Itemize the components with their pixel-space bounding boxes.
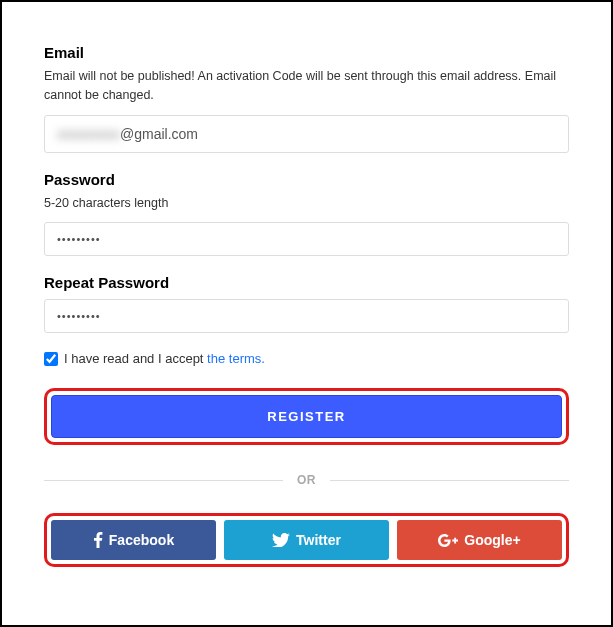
divider-line-right bbox=[330, 480, 569, 481]
password-group: Password 5-20 characters length ••••••••… bbox=[44, 171, 569, 257]
twitter-icon bbox=[272, 533, 290, 547]
registration-form: Email Email will not be published! An ac… bbox=[2, 2, 611, 597]
email-help: Email will not be published! An activati… bbox=[44, 67, 569, 105]
email-field[interactable]: xxxxxxxxx@gmail.com bbox=[44, 115, 569, 153]
divider-line-left bbox=[44, 480, 283, 481]
register-highlight: REGISTER bbox=[44, 388, 569, 445]
google-plus-icon bbox=[438, 534, 458, 547]
facebook-label: Facebook bbox=[109, 532, 174, 548]
repeat-password-label: Repeat Password bbox=[44, 274, 569, 291]
terms-checkbox[interactable] bbox=[44, 352, 58, 366]
twitter-label: Twitter bbox=[296, 532, 341, 548]
twitter-button[interactable]: Twitter bbox=[224, 520, 389, 560]
repeat-password-field[interactable]: ••••••••• bbox=[44, 299, 569, 333]
password-help: 5-20 characters length bbox=[44, 194, 569, 213]
repeat-password-group: Repeat Password ••••••••• bbox=[44, 274, 569, 333]
facebook-icon bbox=[93, 532, 103, 548]
divider-text: OR bbox=[283, 473, 330, 487]
password-label: Password bbox=[44, 171, 569, 188]
social-row: Facebook Twitter Google+ bbox=[51, 520, 562, 560]
email-label: Email bbox=[44, 44, 569, 61]
email-group: Email Email will not be published! An ac… bbox=[44, 44, 569, 153]
facebook-button[interactable]: Facebook bbox=[51, 520, 216, 560]
register-button[interactable]: REGISTER bbox=[51, 395, 562, 438]
google-plus-button[interactable]: Google+ bbox=[397, 520, 562, 560]
google-plus-label: Google+ bbox=[464, 532, 520, 548]
terms-row: I have read and I accept the terms. bbox=[44, 351, 569, 366]
terms-label: I have read and I accept the terms. bbox=[64, 351, 265, 366]
terms-link[interactable]: the terms. bbox=[207, 351, 265, 366]
password-field[interactable]: ••••••••• bbox=[44, 222, 569, 256]
or-divider: OR bbox=[44, 473, 569, 487]
social-highlight: Facebook Twitter Google+ bbox=[44, 513, 569, 567]
email-value-suffix: @gmail.com bbox=[120, 126, 198, 142]
